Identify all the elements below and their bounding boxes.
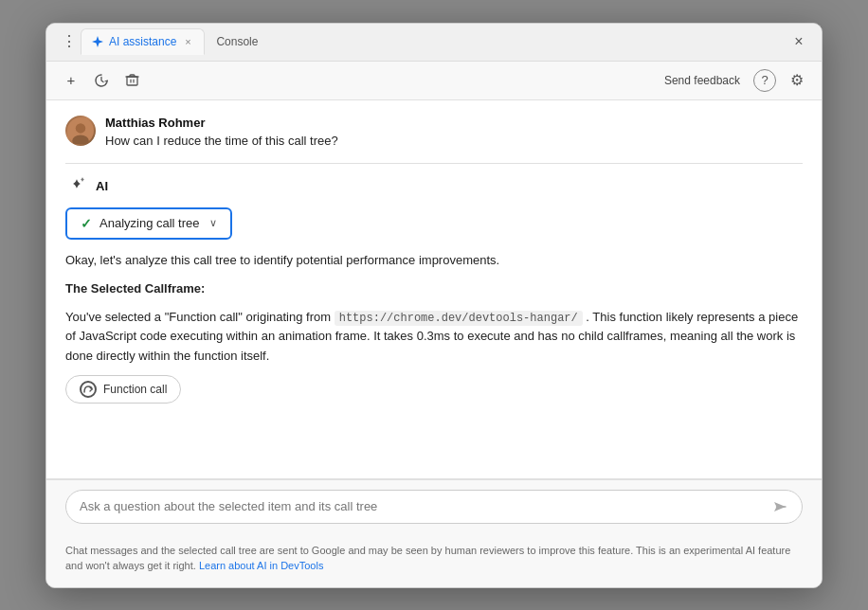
chat-area: Matthias Rohmer How can I reduce the tim… bbox=[46, 100, 822, 479]
ai-section: The Selected Callframe: bbox=[65, 279, 803, 298]
input-footer: Chat messages and the selected call tree… bbox=[46, 479, 822, 587]
avatar bbox=[65, 116, 96, 146]
toolbar-right: Send feedback ? ⚙ bbox=[659, 67, 810, 94]
user-message-text: How can I reduce the time of this call t… bbox=[105, 134, 803, 148]
toolbar: + Send feedback ? ⚙ bbox=[46, 62, 822, 100]
check-icon: ✓ bbox=[81, 216, 92, 231]
ai-body-part1: You've selected a "Function call" origin… bbox=[65, 310, 331, 324]
user-name: Matthias Rohmer bbox=[105, 116, 803, 130]
chevron-down-icon: ∨ bbox=[209, 217, 217, 229]
history-button[interactable] bbox=[88, 67, 115, 94]
user-message: Matthias Rohmer How can I reduce the tim… bbox=[65, 116, 803, 148]
user-content: Matthias Rohmer How can I reduce the tim… bbox=[105, 116, 803, 148]
ai-icon bbox=[65, 175, 88, 198]
ai-body-text: You've selected a "Function call" origin… bbox=[65, 308, 803, 366]
function-call-icon bbox=[80, 381, 97, 398]
analyzing-box[interactable]: ✓ Analyzing call tree ∨ bbox=[65, 207, 232, 240]
ai-header: AI bbox=[65, 175, 803, 198]
ai-label: AI bbox=[96, 179, 108, 193]
tab-ai-assistance[interactable]: AI assistance × bbox=[81, 28, 205, 55]
tab-ai-assistance-close[interactable]: × bbox=[181, 35, 194, 48]
ai-tab-icon bbox=[91, 35, 104, 48]
footer-text: Chat messages and the selected call tree… bbox=[46, 535, 822, 587]
delete-button[interactable] bbox=[118, 67, 145, 94]
function-call-label: Function call bbox=[103, 383, 167, 396]
divider bbox=[65, 163, 803, 164]
tab-ai-assistance-label: AI assistance bbox=[109, 35, 176, 48]
settings-button[interactable]: ⚙ bbox=[784, 67, 810, 94]
analyzing-text: Analyzing call tree bbox=[99, 216, 200, 230]
title-bar: ⋮ AI assistance × Console × bbox=[46, 24, 822, 62]
tab-console-label: Console bbox=[216, 35, 258, 48]
input-wrapper bbox=[46, 480, 822, 535]
ai-intro-text: Okay, let's analyze this call tree to id… bbox=[65, 253, 499, 267]
title-bar-right: × bbox=[787, 30, 810, 53]
svg-point-2 bbox=[76, 123, 86, 134]
ai-intro: Okay, let's analyze this call tree to id… bbox=[65, 251, 803, 270]
tab-bar: AI assistance × Console bbox=[81, 28, 787, 55]
function-call-badge[interactable]: Function call bbox=[65, 375, 181, 404]
input-area bbox=[65, 490, 803, 524]
new-chat-button[interactable]: + bbox=[58, 67, 84, 94]
send-button[interactable] bbox=[771, 498, 788, 515]
chat-input[interactable] bbox=[80, 499, 764, 513]
tab-console[interactable]: Console bbox=[207, 29, 267, 54]
ai-url: https://chrome.dev/devtools-hangar/ bbox=[335, 311, 583, 326]
window-close-button[interactable]: × bbox=[787, 30, 810, 53]
menu-dots-button[interactable]: ⋮ bbox=[58, 34, 81, 49]
ai-message: AI ✓ Analyzing call tree ∨ Okay, let's a… bbox=[65, 175, 803, 419]
footer-main-text: Chat messages and the selected call tree… bbox=[65, 545, 790, 572]
help-button[interactable]: ? bbox=[753, 69, 776, 92]
footer-learn-link[interactable]: Learn about AI in DevTools bbox=[199, 560, 323, 571]
send-feedback-button[interactable]: Send feedback bbox=[659, 70, 746, 91]
svg-rect-0 bbox=[127, 77, 137, 85]
ai-section-title: The Selected Callframe: bbox=[65, 281, 205, 296]
devtools-window: ⋮ AI assistance × Console × + bbox=[45, 23, 823, 588]
